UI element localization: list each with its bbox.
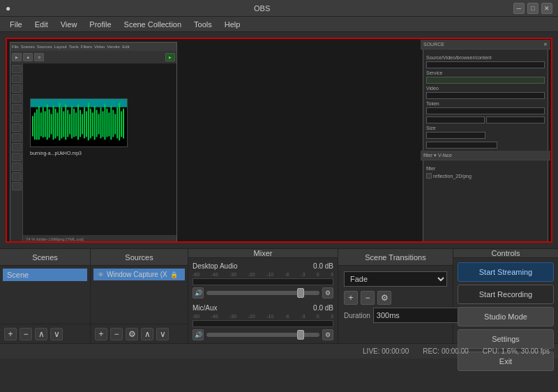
scenes-remove-btn[interactable]: − xyxy=(20,328,32,340)
properties-panel-title: SOURCE xyxy=(423,42,444,47)
scenes-list: Scene xyxy=(0,266,90,324)
scene-item-0[interactable]: Scene xyxy=(3,269,87,281)
token-input[interactable] xyxy=(426,107,545,114)
menu-file[interactable]: File xyxy=(4,19,28,30)
sidebar-tool-4[interactable] xyxy=(12,94,22,103)
svg-rect-13 xyxy=(56,112,58,136)
mic-aux-slider-thumb[interactable] xyxy=(297,330,304,340)
app-icon: ● xyxy=(6,3,10,13)
sidebar-tool-5[interactable] xyxy=(12,104,22,112)
sources-add-btn[interactable]: + xyxy=(95,328,107,340)
svg-rect-21 xyxy=(73,109,75,137)
live-status: LIVE: 00:00:00 xyxy=(363,347,409,355)
transition-duration-row: Duration ▲▼ xyxy=(344,308,447,323)
waveform-display xyxy=(30,98,128,147)
controls-panel: Controls Start Streaming Start Recording… xyxy=(453,249,558,343)
menu-help[interactable]: Help xyxy=(219,19,246,30)
studio-mode-button[interactable]: Studio Mode xyxy=(458,307,554,326)
rec-status: REC: 00:00:00 xyxy=(423,347,469,355)
source-eye-icon-0[interactable]: 👁 xyxy=(98,271,104,278)
desktop-audio-mute-btn[interactable]: 🔊 xyxy=(193,287,204,299)
sidebar-tool-13[interactable] xyxy=(12,182,22,190)
close-button[interactable]: ✕ xyxy=(541,3,552,14)
filter-item-row: reflection_2D/png xyxy=(426,173,545,179)
sources-settings-btn[interactable]: ⚙ xyxy=(126,328,138,340)
transition-add-btn[interactable]: + xyxy=(344,291,358,305)
filter-checkbox[interactable] xyxy=(426,173,432,179)
inner-menu-vendor: Vendor xyxy=(107,45,120,49)
properties-panel-titlebar: SOURCE ✕ xyxy=(421,40,550,50)
duration-label: Duration xyxy=(344,312,370,319)
start-streaming-button[interactable]: Start Streaming xyxy=(458,262,554,282)
desktop-audio-settings-btn[interactable]: ⚙ xyxy=(322,287,333,299)
sources-down-btn[interactable]: ∨ xyxy=(156,328,169,340)
scenes-up-btn[interactable]: ∧ xyxy=(35,328,47,340)
menu-scene-collection[interactable]: Scene Collection xyxy=(119,19,188,30)
token-sm-input-2[interactable] xyxy=(486,116,545,123)
minimize-button[interactable]: ─ xyxy=(513,3,525,14)
scenes-down-btn[interactable]: ∨ xyxy=(50,328,63,340)
sidebar-tool-8[interactable] xyxy=(12,133,22,142)
desktop-audio-slider[interactable] xyxy=(206,288,319,298)
transition-settings-btn[interactable]: ⚙ xyxy=(377,291,391,305)
menu-profile[interactable]: Profile xyxy=(84,19,116,30)
sidebar-tool-3[interactable] xyxy=(12,84,22,93)
service-input[interactable] xyxy=(426,77,545,84)
filter-content: filter reflection_2D/png xyxy=(423,163,548,181)
svg-rect-37 xyxy=(106,109,107,137)
sources-remove-btn[interactable]: − xyxy=(110,328,123,340)
sidebar-tool-10[interactable] xyxy=(12,153,22,161)
bitrate-label: Size xyxy=(426,126,545,130)
obs-inner-menu: File Scenes Sources Layout Tools Filters… xyxy=(10,43,176,51)
scenes-add-btn[interactable]: + xyxy=(4,328,17,340)
source-input-1[interactable] xyxy=(426,61,545,68)
menu-tools[interactable]: Tools xyxy=(188,19,218,30)
inner-tb-4[interactable]: ▶ xyxy=(165,53,175,61)
svg-rect-10 xyxy=(51,114,52,134)
sidebar-tool-1[interactable] xyxy=(12,65,22,73)
source-item-0[interactable]: 👁 Window Capture (X 🔒 xyxy=(93,269,185,280)
sidebar-tool-7[interactable] xyxy=(12,123,22,132)
mic-aux-mute-btn[interactable]: 🔊 xyxy=(193,329,204,340)
start-recording-button[interactable]: Start Recording xyxy=(458,285,554,304)
waveform-svg xyxy=(31,99,127,146)
svg-rect-41 xyxy=(114,114,116,134)
sample-input[interactable] xyxy=(426,142,497,149)
mic-aux-slider[interactable] xyxy=(206,330,319,340)
menu-edit[interactable]: Edit xyxy=(29,19,54,30)
token-sm-input-1[interactable] xyxy=(426,116,485,123)
transition-type-select[interactable]: Fade Cut Swipe Slide xyxy=(344,271,447,287)
sidebar-tool-12[interactable] xyxy=(12,172,22,181)
sidebar-tool-2[interactable] xyxy=(12,75,22,83)
restore-button[interactable]: □ xyxy=(527,3,538,14)
inner-status-bar: 74 % folder-1/9Mpng [YML.cut] xyxy=(23,235,176,243)
inner-tb-1[interactable]: ▶ xyxy=(12,53,22,61)
menu-view[interactable]: View xyxy=(55,19,83,30)
svg-rect-18 xyxy=(67,110,68,137)
sources-up-btn[interactable]: ∧ xyxy=(141,328,153,340)
inner-tb-2[interactable]: ■ xyxy=(23,53,33,61)
sidebar-tool-9[interactable] xyxy=(12,143,22,151)
transition-remove-btn[interactable]: − xyxy=(361,291,375,305)
desktop-audio-slider-thumb[interactable] xyxy=(297,288,304,298)
sidebar-tool-11[interactable] xyxy=(12,163,22,171)
svg-rect-44 xyxy=(121,111,122,137)
svg-rect-2 xyxy=(34,112,36,140)
source-lock-icon-0[interactable]: 🔒 xyxy=(170,271,178,278)
panel-close-btn[interactable]: ✕ xyxy=(543,42,548,47)
sidebar-tool-6[interactable] xyxy=(12,114,22,122)
svg-rect-43 xyxy=(119,103,120,140)
bitrate-input[interactable] xyxy=(426,132,485,139)
svg-rect-16 xyxy=(63,111,64,137)
mic-aux-settings-btn[interactable]: ⚙ xyxy=(322,329,333,340)
server-input[interactable] xyxy=(426,92,545,99)
svg-rect-22 xyxy=(75,112,77,136)
obs-inner-window: File Scenes Sources Layout Tools Filters… xyxy=(10,42,177,243)
svg-rect-40 xyxy=(112,110,114,137)
mixer-panel-header: Mixer xyxy=(188,249,338,258)
settings-button[interactable]: Settings xyxy=(458,329,554,349)
scene-item-label-0: Scene xyxy=(7,271,29,279)
filter-panel-titlebar: filter ▾ V-face xyxy=(421,151,550,160)
svg-rect-1 xyxy=(32,116,33,136)
inner-tb-3[interactable]: ⚙ xyxy=(34,53,44,61)
